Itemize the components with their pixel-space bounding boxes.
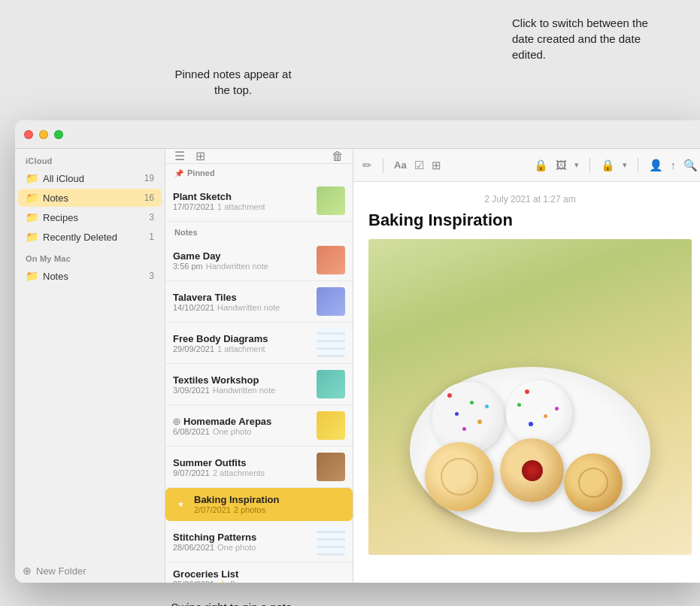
cookie-gold-1: [425, 442, 494, 511]
note-thumb-talavera: [317, 287, 345, 316]
cookie-gold-2: [500, 438, 564, 502]
close-button[interactable]: [24, 130, 33, 139]
folder-icon-recipes: 📁: [26, 211, 38, 223]
cookie-gold-3: [564, 453, 623, 512]
note-subtitle-groceries: 🍌 Bananas: [217, 580, 262, 583]
note-thumb-textiles: [317, 370, 345, 398]
table-icon[interactable]: ⊞: [432, 159, 441, 172]
note-detail-content: 2 July 2021 at 1:27 am Baking Inspiratio…: [353, 182, 700, 583]
more-lock-icon[interactable]: ▾: [623, 160, 627, 170]
note-item-homemade-arepas[interactable]: ◎ Homemade Arepas 6/08/2021 One photo: [165, 405, 353, 447]
note-text-arepas: ◎ Homemade Arepas 6/08/2021 One photo: [173, 416, 311, 436]
note-thumb-summer: [317, 453, 345, 481]
note-item-game-day[interactable]: Game Day 3:56 pm Handwritten note: [165, 240, 353, 281]
share-icon[interactable]: ↑: [671, 159, 677, 171]
checklist-icon[interactable]: ☑: [414, 159, 424, 172]
note-title-textiles: Textiles Workshop: [173, 374, 311, 386]
note-item-stitching[interactable]: Stitching Patterns 28/06/2021 One photo: [165, 521, 353, 562]
new-folder-button[interactable]: ⊕ New Folder: [15, 559, 165, 583]
note-item-talavera-tiles[interactable]: Talavera Tiles 14/10/2021 Handwritten no…: [165, 281, 353, 323]
cookie-plate: [410, 367, 650, 532]
note-thumb-arepas: [317, 411, 345, 440]
sidebar-item-recently-deleted[interactable]: 📁 Recently Deleted 1: [18, 228, 162, 246]
sidebar-label-notes-mac: Notes: [43, 271, 144, 282]
note-text-summer: Summer Outfits 9/07/2021 2 attachments: [173, 457, 311, 477]
mac-section-label: On My Mac: [15, 247, 165, 266]
note-date-groceries: 25/06/2021: [173, 580, 214, 583]
note-item-plant-sketch[interactable]: Plant Sketch 17/07/2021 1 attachment: [165, 180, 353, 222]
content-area: iCloud 📁 All iCloud 19 📁 Notes 16 📁 Reci…: [15, 149, 700, 583]
note-thumb-game-day: [317, 246, 345, 274]
cookie-scene: [368, 239, 692, 555]
media-icon[interactable]: 🖼: [556, 159, 567, 171]
note-date-textiles: 3/09/2021: [173, 386, 210, 395]
note-meta-arepas: 6/08/2021 One photo: [173, 427, 311, 436]
note-meta-plant-sketch: 17/07/2021 1 attachment: [173, 202, 311, 211]
search-icon[interactable]: 🔍: [683, 159, 698, 172]
note-title-baking: Baking Inspiration: [194, 494, 345, 505]
sidebar-item-notes-icloud[interactable]: 📁 Notes 16: [18, 189, 162, 207]
note-meta-stitching: 28/06/2021 One photo: [173, 543, 311, 552]
note-item-groceries[interactable]: Groceries List 25/06/2021 🍌 Bananas: [165, 562, 353, 583]
maximize-button[interactable]: [54, 130, 63, 139]
note-text-talavera: Talavera Tiles 14/10/2021 Handwritten no…: [173, 292, 311, 312]
note-date-free-body: 29/09/2021: [173, 344, 214, 353]
sidebar-count-recently-deleted: 1: [149, 232, 154, 242]
sidebar-item-notes-mac[interactable]: 📁 Notes 3: [18, 267, 162, 285]
minimize-button[interactable]: [39, 130, 48, 139]
baking-pin-star: ★: [173, 497, 188, 512]
sidebar-count-all-icloud: 19: [144, 173, 154, 183]
traffic-lights: [24, 130, 63, 139]
note-item-summer-outfits[interactable]: Summer Outfits 9/07/2021 2 attachments: [165, 447, 353, 488]
note-subtitle-summer: 2 attachments: [213, 468, 265, 477]
note-thumb-plant-sketch: [317, 186, 345, 215]
pinned-section-label: Pinned: [187, 168, 215, 177]
callout-pinned: Pinned notes appear at the top.: [173, 66, 293, 98]
delete-icon[interactable]: 🗑: [332, 150, 344, 163]
toolbar-divider-1: [383, 158, 383, 173]
titlebar: [15, 120, 700, 149]
note-text-baking: Baking Inspiration 2/07/2021 2 photos: [194, 494, 345, 514]
note-detail-panel: ✏ Aa ☑ ⊞ 🔒 🖼 ▾ 🔒 ▾ 👤 ↑ 🔍: [353, 149, 700, 583]
note-date-stitching: 28/06/2021: [173, 543, 214, 552]
note-title-plant-sketch: Plant Sketch: [173, 191, 311, 202]
notes-list-toolbar: ☰ ⊞ 🗑: [165, 149, 353, 164]
note-subtitle-baking: 2 photos: [234, 505, 265, 514]
callout-swipe: Swipe right to pin a note.: [135, 599, 331, 606]
note-subtitle-talavera: Handwritten note: [217, 303, 280, 312]
note-meta-talavera: 14/10/2021 Handwritten note: [173, 303, 311, 312]
toolbar-divider-3: [638, 158, 638, 173]
note-subtitle-free-body: 1 attachment: [217, 344, 265, 353]
sidebar-item-all-icloud[interactable]: 📁 All iCloud 19: [18, 169, 162, 187]
collaborate-icon[interactable]: 👤: [649, 159, 663, 172]
note-title-free-body: Free Body Diagrams: [173, 333, 311, 344]
sidebar-count-notes-icloud: 16: [144, 192, 154, 203]
note-date-baking: 2/07/2021: [194, 505, 231, 514]
arepas-circle-icon: ◎: [173, 417, 180, 426]
note-date-talavera: 14/10/2021: [173, 303, 214, 312]
note-text-game-day: Game Day 3:56 pm Handwritten note: [173, 250, 311, 271]
note-meta-groceries: 25/06/2021 🍌 Bananas: [173, 580, 345, 583]
callout-date: Click to switch between the date created…: [512, 15, 662, 62]
main-window: iCloud 📁 All iCloud 19 📁 Notes 16 📁 Reci…: [15, 120, 700, 583]
list-view-icon[interactable]: ☰: [174, 149, 185, 163]
note-title-groceries: Groceries List: [173, 568, 345, 580]
note-meta-game-day: 3:56 pm Handwritten note: [173, 262, 311, 271]
note-item-textiles[interactable]: Textiles Workshop 3/09/2021 Handwritten …: [165, 364, 353, 405]
format-text-icon[interactable]: Aa: [394, 159, 407, 171]
sidebar-label-notes-icloud: Notes: [43, 192, 140, 204]
compose-icon[interactable]: ✏: [362, 159, 372, 172]
sidebar-label-recently-deleted: Recently Deleted: [43, 232, 144, 243]
more-media-icon[interactable]: ▾: [574, 160, 579, 170]
pin-icon: 📌: [174, 169, 183, 177]
lock-icon[interactable]: 🔒: [534, 159, 548, 172]
note-title-arepas: ◎ Homemade Arepas: [173, 416, 311, 427]
lock2-icon[interactable]: 🔒: [601, 159, 615, 172]
note-thumb-stitching: [317, 527, 345, 556]
grid-view-icon[interactable]: ⊞: [195, 149, 205, 163]
sidebar-item-recipes[interactable]: 📁 Recipes 3: [18, 208, 162, 226]
note-text-free-body: Free Body Diagrams 29/09/2021 1 attachme…: [173, 333, 311, 353]
note-item-baking-inspiration[interactable]: ★ Baking Inspiration 2/07/2021 2 photos: [165, 488, 353, 521]
note-text-stitching: Stitching Patterns 28/06/2021 One photo: [173, 532, 311, 552]
note-item-free-body-diagrams[interactable]: Free Body Diagrams 29/09/2021 1 attachme…: [165, 323, 353, 364]
